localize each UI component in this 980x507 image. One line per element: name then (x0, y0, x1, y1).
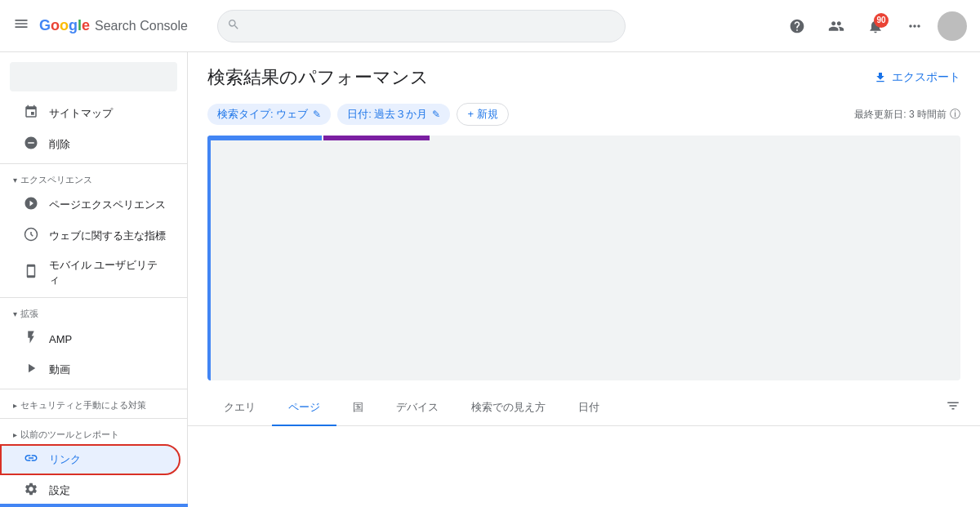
export-button[interactable]: エクスポート (874, 70, 960, 85)
chart-line-blue (207, 136, 211, 380)
page-title: 検索結果のパフォーマンス (207, 65, 429, 90)
filter-search-type-label: 検索タイプ: ウェブ (217, 107, 308, 122)
google-wordmark: Google (39, 17, 90, 34)
sidebar: サイトマップ 削除 ▾ エクスペリエンス ページエクスペリエンス ウェブに関する… (0, 52, 188, 507)
header-actions: 90 (781, 10, 967, 42)
section-label: 拡張 (20, 308, 38, 320)
video-icon (23, 361, 39, 379)
web-vitals-icon (23, 227, 39, 245)
section-arrow: ▾ (13, 176, 17, 185)
apps-button[interactable] (898, 10, 931, 42)
sidebar-item-links[interactable]: リンク (0, 444, 180, 475)
tab-label: 検索での見え方 (471, 401, 546, 413)
notifications-button[interactable]: 90 (859, 10, 892, 42)
table-filter-icon[interactable] (946, 398, 960, 417)
search-input[interactable] (217, 10, 626, 42)
tab-search-appearance[interactable]: 検索での見え方 (455, 390, 562, 426)
tab-label: 日付 (578, 401, 599, 413)
sidebar-divider (0, 163, 187, 164)
sidebar-item-settings[interactable]: 設定 (0, 475, 180, 506)
sidebar-url-box[interactable] (10, 62, 177, 91)
sidebar-item-sitemap[interactable]: サイトマップ (0, 98, 180, 129)
tab-date[interactable]: 日付 (562, 390, 616, 426)
last-updated-text: 最終更新日: 3 時間前 (854, 108, 947, 122)
tab-label: ページ (288, 401, 320, 413)
body: サイトマップ 削除 ▾ エクスペリエンス ページエクスペリエンス ウェブに関する… (0, 52, 980, 507)
sidebar-section-security[interactable]: ▸ セキュリティと手動による対策 (0, 393, 187, 415)
sidebar-item-delete[interactable]: 削除 (0, 129, 180, 160)
section-arrow: ▸ (13, 430, 17, 439)
edit-icon: ✎ (432, 109, 440, 120)
new-btn-label: + 新規 (467, 107, 497, 122)
edit-icon: ✎ (313, 109, 321, 120)
sidebar-item-label: ウェブに関する主な指標 (49, 229, 166, 243)
links-icon (23, 451, 39, 469)
people-button[interactable] (820, 10, 853, 42)
last-updated: 最終更新日: 3 時間前 ⓘ (854, 107, 960, 122)
sidebar-section-legacy[interactable]: ▸ 以前のツールとレポート (0, 422, 187, 444)
filter-date-label: 日付: 過去３か月 (347, 107, 427, 122)
export-label: エクスポート (892, 70, 960, 85)
amp-icon (23, 330, 39, 348)
tab-query[interactable]: クエリ (207, 390, 272, 426)
delete-icon (23, 136, 39, 153)
section-label: 以前のツールとレポート (20, 429, 119, 441)
header: Google Search Console 90 (0, 0, 980, 52)
tab-label: 国 (353, 401, 363, 413)
sidebar-item-page-experience[interactable]: ページエクスペリエンス (0, 189, 180, 220)
sidebar-section-enhancements[interactable]: ▾ 拡張 (0, 301, 187, 323)
main-content: 検索結果のパフォーマンス エクスポート 検索タイプ: ウェブ ✎ 日付: 過去３… (188, 52, 980, 507)
section-label: エクスペリエンス (20, 174, 92, 186)
chart-bar-purple (323, 136, 430, 140)
help-button[interactable] (781, 10, 813, 42)
chart-top-bar (207, 136, 960, 140)
search-bar (217, 10, 626, 42)
sidebar-item-label: 設定 (49, 483, 70, 498)
tab-country[interactable]: 国 (336, 390, 380, 426)
settings-icon (23, 482, 39, 500)
tab-page[interactable]: ページ (272, 390, 336, 426)
tab-device[interactable]: デバイス (380, 390, 455, 426)
app-name: Search Console (95, 19, 188, 33)
sidebar-item-label: 削除 (49, 137, 70, 152)
section-label: セキュリティと手動による対策 (20, 399, 146, 411)
sidebar-item-web-vitals[interactable]: ウェブに関する主な指標 (0, 220, 180, 251)
sidebar-item-mobile-usability[interactable]: モバイル ユーザビリティ (0, 251, 180, 294)
sidebar-item-label: サイトマップ (49, 106, 113, 121)
logo-area: Google Search Console (39, 17, 188, 34)
chart-bar-blue (207, 136, 322, 140)
sidebar-divider (0, 297, 187, 298)
info-icon: ⓘ (950, 107, 960, 122)
tab-label: クエリ (224, 401, 256, 413)
sidebar-item-amp[interactable]: AMP (0, 323, 180, 354)
sidebar-item-video[interactable]: 動画 (0, 354, 180, 385)
sidebar-item-label: モバイル ユーザビリティ (49, 258, 167, 287)
main-header: 検索結果のパフォーマンス エクスポート (188, 52, 980, 100)
tabs-bar: クエリ ページ 国 デバイス 検索での見え方 日付 (188, 390, 980, 426)
sidebar-item-label: リンク (49, 452, 81, 467)
sidebar-divider (0, 418, 187, 419)
sidebar-divider (0, 389, 187, 389)
menu-icon[interactable] (13, 16, 29, 36)
new-filter-button[interactable]: + 新規 (457, 103, 508, 126)
filter-date[interactable]: 日付: 過去３か月 ✎ (337, 104, 450, 125)
search-icon (227, 18, 240, 34)
mobile-icon (23, 264, 39, 282)
filter-search-type[interactable]: 検索タイプ: ウェブ ✎ (207, 104, 331, 125)
section-arrow: ▾ (13, 309, 17, 318)
filter-bar: 検索タイプ: ウェブ ✎ 日付: 過去３か月 ✎ + 新規 最終更新日: 3 時… (188, 100, 980, 136)
sitemap-icon (23, 105, 39, 122)
sidebar-item-label: AMP (49, 333, 72, 345)
header-left: Google Search Console (13, 16, 201, 36)
avatar[interactable] (938, 11, 967, 41)
tab-label: デバイス (396, 401, 439, 413)
sidebar-item-label: ページエクスペリエンス (49, 198, 166, 212)
sidebar-item-label: 動画 (49, 362, 70, 377)
sidebar-bottom-indicator (0, 504, 188, 507)
notification-count: 90 (874, 13, 889, 28)
sidebar-section-experience[interactable]: ▾ エクスペリエンス (0, 167, 187, 189)
chart-area (207, 136, 960, 380)
page-experience-icon (23, 196, 39, 214)
section-arrow: ▸ (13, 401, 17, 410)
